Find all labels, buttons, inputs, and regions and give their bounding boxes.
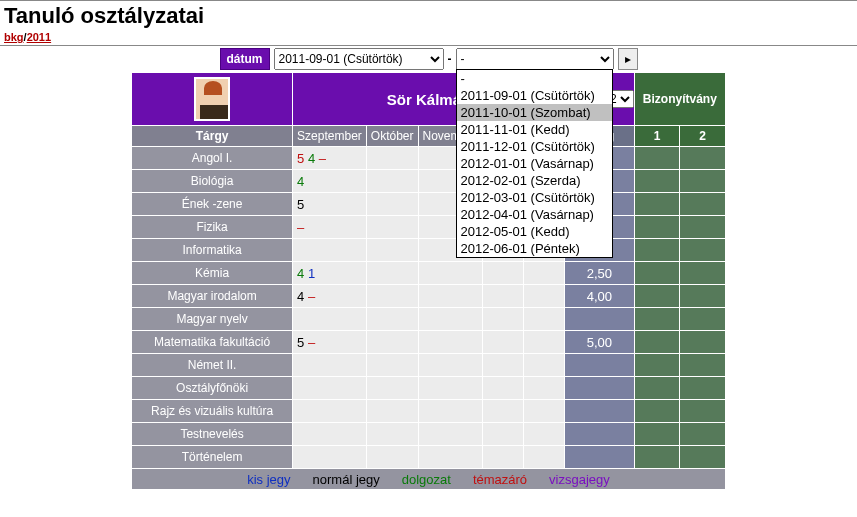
grades-table: Sör Kálmán 1:1:1:2:2 Bizonyítvány Tárgy … <box>131 72 726 490</box>
grades-cell: 4 1 <box>293 262 366 284</box>
cert-cell <box>635 262 680 284</box>
col-month-1[interactable]: Október <box>367 126 418 146</box>
grades-cell <box>367 331 418 353</box>
grades-cell <box>483 400 523 422</box>
date-option[interactable]: 2011-09-01 (Csütörtök) <box>457 87 612 104</box>
date-option[interactable]: 2011-12-01 (Csütörtök) <box>457 138 612 155</box>
avg-cell <box>565 354 634 376</box>
subject-cell: Kémia <box>132 262 292 284</box>
grades-cell <box>293 423 366 445</box>
grades-cell <box>524 446 564 468</box>
grades-cell <box>367 377 418 399</box>
go-button[interactable]: ▸ <box>618 48 638 70</box>
legend-row: kis jegy normál jegy dolgozat témazáró v… <box>132 469 725 489</box>
date-to-dropdown[interactable]: -2011-09-01 (Csütörtök)2011-10-01 (Szomb… <box>456 69 613 258</box>
cert-cell <box>680 400 725 422</box>
avg-cell: 4,00 <box>565 285 634 307</box>
grades-cell <box>419 308 482 330</box>
grades-cell <box>524 308 564 330</box>
col-cert-1: 1 <box>635 126 680 146</box>
cert-cell <box>680 354 725 376</box>
avg-cell <box>565 308 634 330</box>
avg-cell <box>565 423 634 445</box>
cert-cell <box>635 331 680 353</box>
grades-cell <box>419 262 482 284</box>
cert-cell <box>680 239 725 261</box>
date-option[interactable]: 2012-05-01 (Kedd) <box>457 223 612 240</box>
grades-cell <box>367 147 418 169</box>
grades-cell <box>419 285 482 307</box>
grades-cell <box>419 354 482 376</box>
grades-cell <box>293 354 366 376</box>
cert-cell <box>680 262 725 284</box>
grades-cell <box>483 354 523 376</box>
subject-cell: Rajz és vizuális kultúra <box>132 400 292 422</box>
grades-cell <box>524 400 564 422</box>
date-option[interactable]: 2012-03-01 (Csütörtök) <box>457 189 612 206</box>
cert-cell <box>635 423 680 445</box>
grades-cell <box>483 377 523 399</box>
date-option[interactable]: - <box>457 70 612 87</box>
cert-cell <box>635 170 680 192</box>
table-row: Történelem <box>132 446 725 468</box>
grades-cell <box>524 377 564 399</box>
grades-cell <box>367 308 418 330</box>
table-row: Matematika fakultáció5 –5,00 <box>132 331 725 353</box>
subject-cell: Osztályfőnöki <box>132 377 292 399</box>
col-month-0[interactable]: Szeptember <box>293 126 366 146</box>
subject-cell: Testnevelés <box>132 423 292 445</box>
cert-cell <box>635 400 680 422</box>
cert-cell <box>680 216 725 238</box>
grades-cell: 5 <box>293 193 366 215</box>
avg-cell <box>565 400 634 422</box>
grades-cell <box>293 446 366 468</box>
cert-cell <box>635 446 680 468</box>
cert-cell <box>635 377 680 399</box>
grades-cell <box>419 423 482 445</box>
date-toolbar: dátum 2011-09-01 (Csütörtök) - - -2011-0… <box>0 46 857 72</box>
grades-cell <box>483 308 523 330</box>
legend-norm: normál jegy <box>313 472 380 487</box>
table-row: Biológia44,00 <box>132 170 725 192</box>
grades-cell: 5 – <box>293 331 366 353</box>
cert-cell <box>680 147 725 169</box>
grades-cell <box>367 285 418 307</box>
date-option[interactable]: 2012-04-01 (Vasárnap) <box>457 206 612 223</box>
date-from-select[interactable]: 2011-09-01 (Csütörtök) <box>274 48 444 70</box>
grades-cell <box>419 331 482 353</box>
date-option[interactable]: 2012-06-01 (Péntek) <box>457 240 612 257</box>
date-option[interactable]: 2012-02-01 (Szerda) <box>457 172 612 189</box>
date-option[interactable]: 2011-11-01 (Kedd) <box>457 121 612 138</box>
breadcrumb-year[interactable]: 2011 <box>27 31 51 43</box>
grades-cell <box>367 354 418 376</box>
grades-cell <box>524 331 564 353</box>
grades-cell <box>367 400 418 422</box>
grades-cell <box>367 216 418 238</box>
cert-cell <box>635 147 680 169</box>
cert-cell <box>635 239 680 261</box>
date-option[interactable]: 2012-01-01 (Vasárnap) <box>457 155 612 172</box>
cert-cell <box>680 446 725 468</box>
cert-cell <box>635 216 680 238</box>
grades-cell <box>293 400 366 422</box>
cert-cell <box>680 423 725 445</box>
cert-cell <box>680 285 725 307</box>
page-title: Tanuló osztályzatai <box>4 3 853 29</box>
avg-cell <box>565 446 634 468</box>
subject-cell: Ének -zene <box>132 193 292 215</box>
cert-cell <box>635 354 680 376</box>
table-row: Magyar nyelv <box>132 308 725 330</box>
date-to-select[interactable]: - <box>456 48 614 70</box>
cert-cell <box>680 331 725 353</box>
grades-cell <box>367 193 418 215</box>
cert-cell <box>635 308 680 330</box>
date-option[interactable]: 2011-10-01 (Szombat) <box>457 104 612 121</box>
subject-cell: Magyar nyelv <box>132 308 292 330</box>
avg-cell: 2,50 <box>565 262 634 284</box>
grades-cell <box>293 239 366 261</box>
grades-cell <box>367 170 418 192</box>
legend-kis: kis jegy <box>247 472 290 487</box>
breadcrumb-school[interactable]: bkg <box>4 31 24 43</box>
table-row: Osztályfőnöki <box>132 377 725 399</box>
grades-cell <box>419 377 482 399</box>
